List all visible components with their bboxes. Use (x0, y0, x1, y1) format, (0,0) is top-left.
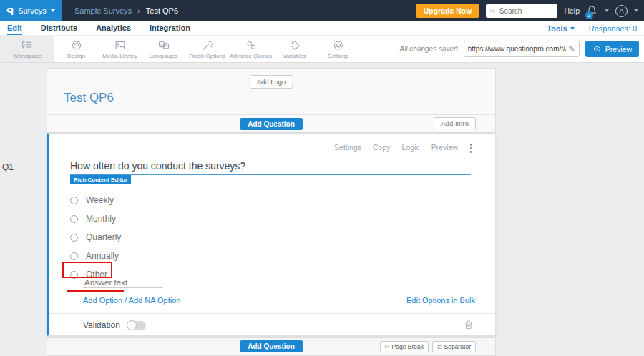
page-break-label: Page Break (392, 343, 424, 350)
section-tabs-bar: Edit Distribute Analytics Integration To… (0, 21, 644, 36)
survey-url-input[interactable] (468, 45, 567, 53)
svg-text:A: A (165, 44, 167, 48)
radio-icon[interactable] (70, 252, 78, 260)
option-row-annually[interactable]: Annually (70, 247, 121, 265)
toolbar-item-workspace[interactable]: Workspace (0, 36, 54, 62)
product-menu-label: Surveys (18, 6, 47, 15)
eye-icon (592, 45, 602, 53)
tools-menu[interactable]: Tools (547, 24, 575, 33)
toolbar-item-settings[interactable]: Settings (316, 36, 360, 62)
add-intro-button[interactable]: Add Intro (434, 117, 476, 129)
toolbar-item-label: Workspace (13, 53, 42, 59)
questionpro-logo-icon: P (6, 5, 14, 17)
option-row-weekly[interactable]: Weekly (70, 191, 121, 209)
toolbar-item-label: Advance Quotas (230, 53, 272, 59)
radio-icon[interactable] (70, 271, 78, 279)
question-text[interactable]: How often do you conduct the surveys? (70, 160, 245, 172)
question-logic-link[interactable]: Logic (402, 143, 420, 152)
validation-row: Validation (83, 320, 146, 330)
survey-header-card: Add Logo Test QP6 (47, 68, 496, 114)
add-question-button-top[interactable]: Add Question (240, 118, 303, 130)
add-logo-button[interactable]: Add Logo (250, 75, 293, 89)
edit-url-icon[interactable]: ✎ (568, 44, 575, 54)
responses-count[interactable]: Responses: 0 (589, 24, 637, 33)
option-label[interactable]: Monthly (86, 214, 116, 224)
tab-integration[interactable]: Integration (150, 21, 190, 35)
add-option-link[interactable]: Add Option / Add NA Option (83, 296, 180, 305)
question-preview-link[interactable]: Preview (431, 143, 458, 152)
toolbar-item-advance-quotas[interactable]: Advance Quotas (229, 36, 273, 62)
toolbar-right: All changes saved ✎ Preview (399, 36, 644, 62)
upgrade-now-button[interactable]: Upgrade Now (416, 4, 480, 18)
option-label[interactable]: Annually (86, 251, 119, 261)
breadcrumb-current: Test QP6 (146, 6, 178, 15)
gears-icon (245, 39, 258, 51)
toolbar-item-design[interactable]: Design (54, 36, 98, 62)
search-box[interactable] (486, 4, 557, 18)
red-annotation-underline (67, 290, 124, 292)
edit-options-in-bulk-link[interactable]: Edit Options in Bulk (406, 296, 475, 305)
search-input[interactable] (499, 7, 555, 15)
rich-content-editor-badge[interactable]: Rich Content Editor (70, 175, 131, 184)
notifications-button[interactable]: 3 (586, 4, 598, 17)
validation-label: Validation (83, 320, 120, 330)
page-break-button[interactable]: ✂ Page Break (380, 341, 429, 352)
question-card: Settings Copy Logic Preview How often do… (47, 133, 496, 336)
breadcrumb-separator-icon: › (137, 6, 140, 15)
survey-url-field[interactable]: ✎ (464, 41, 580, 57)
option-label[interactable]: Weekly (86, 195, 114, 205)
tag-icon (288, 39, 301, 51)
toolbar-item-media-library[interactable]: Media Library (98, 36, 142, 62)
trash-icon (464, 319, 474, 330)
preview-button[interactable]: Preview (585, 41, 639, 57)
tab-analytics[interactable]: Analytics (96, 21, 131, 35)
kebab-menu-icon[interactable] (470, 144, 472, 153)
breadcrumb-parent[interactable]: Sample Surveys (74, 6, 132, 15)
product-menu[interactable]: P Surveys (0, 0, 62, 21)
question-id-label: Q1 (2, 162, 14, 172)
toolbar-item-variables[interactable]: Variables (273, 36, 316, 62)
preview-button-label: Preview (605, 45, 632, 54)
survey-title[interactable]: Test QP6 (64, 91, 114, 105)
answer-options-list: Weekly Monthly Quarterly Annually Other (70, 191, 121, 284)
toolbar-item-finish-options[interactable]: Finish Options (185, 36, 229, 62)
option-label[interactable]: Quarterly (86, 232, 121, 242)
tab-distribute[interactable]: Distribute (41, 21, 77, 35)
toggle-knob (127, 320, 137, 330)
validation-toggle[interactable] (127, 321, 146, 330)
survey-toolbar: Workspace Design Media Library xA Langua… (0, 36, 644, 63)
toolbar-item-label: Design (67, 53, 85, 59)
section-tabs: Edit Distribute Analytics Integration (0, 21, 190, 35)
chevron-down-icon (51, 9, 55, 12)
palette-icon (70, 39, 83, 51)
add-question-button-bottom[interactable]: Add Question (240, 340, 303, 352)
chevron-down-icon[interactable] (634, 9, 638, 12)
avatar[interactable]: A (615, 5, 628, 17)
question-settings-link[interactable]: Settings (334, 143, 361, 152)
option-row-quarterly[interactable]: Quarterly (70, 228, 121, 247)
topbar-actions: Upgrade Now Help 3 A (416, 4, 644, 18)
toolbar-item-label: Variables (283, 53, 306, 59)
toolbar-item-label: Finish Options (189, 53, 225, 59)
breadcrumb: Sample Surveys › Test QP6 (74, 6, 178, 15)
toolbar-item-languages[interactable]: xA Languages (142, 36, 185, 62)
radio-icon[interactable] (70, 215, 78, 223)
tools-label: Tools (547, 24, 567, 33)
option-row-monthly[interactable]: Monthly (70, 209, 121, 228)
question-copy-link[interactable]: Copy (373, 143, 391, 152)
questionpro-app: P Surveys Sample Surveys › Test QP6 Upgr… (0, 0, 644, 356)
add-question-row-bottom: Add Question ✂ Page Break ⊟ Separator (47, 337, 496, 356)
chevron-down-icon[interactable] (605, 9, 609, 12)
other-answer-input[interactable] (83, 277, 163, 288)
search-icon (489, 7, 496, 15)
radio-icon[interactable] (70, 234, 78, 242)
radio-icon[interactable] (70, 197, 78, 204)
delete-question-button[interactable] (464, 319, 474, 333)
chevron-down-icon (570, 27, 575, 30)
question-actions: Settings Copy Logic Preview (334, 143, 458, 152)
separator-button[interactable]: ⊟ Separator (432, 341, 476, 352)
tab-edit[interactable]: Edit (7, 21, 22, 35)
toolbar-item-label: Media Library (102, 53, 137, 59)
help-link[interactable]: Help (564, 6, 580, 15)
separator-icon: ⊟ (437, 344, 442, 350)
